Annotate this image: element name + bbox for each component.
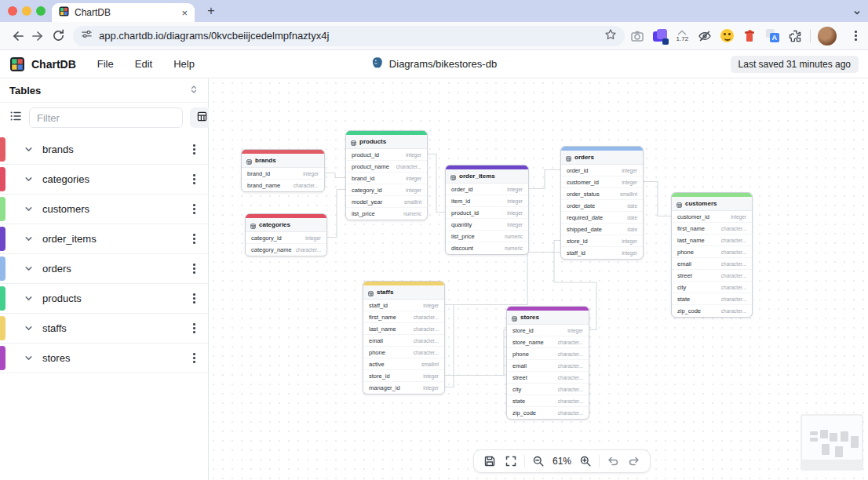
table-node-header[interactable]: products	[346, 135, 427, 149]
sidebar-item-categories[interactable]: categories	[0, 165, 208, 195]
field-row-state[interactable]: statecharacter...	[507, 395, 589, 407]
table-menu-kebab-icon[interactable]	[190, 201, 199, 217]
menu-file[interactable]: File	[97, 58, 114, 70]
table-node-header[interactable]: staffs	[363, 285, 444, 300]
browser-menu-kebab-icon[interactable]	[840, 26, 860, 46]
eye-slash-extension-icon[interactable]	[695, 26, 715, 46]
field-row-order_id[interactable]: order_idinteger	[446, 184, 528, 195]
field-row-order_id[interactable]: order_idinteger	[561, 165, 643, 176]
zoom-out-button[interactable]	[531, 453, 546, 469]
field-row-first_name[interactable]: first_namecharacter...	[672, 223, 752, 235]
translate-extension-icon[interactable]: A	[762, 26, 782, 46]
table-menu-kebab-icon[interactable]	[190, 231, 199, 247]
field-row-customer_id[interactable]: customer_idinteger	[672, 211, 752, 223]
field-row-active[interactable]: activesmallint	[363, 358, 444, 370]
window-close-button[interactable]	[8, 6, 17, 16]
chevrons-up-down-icon[interactable]	[189, 83, 199, 97]
field-row-store_name[interactable]: store_namecharacter...	[507, 336, 589, 348]
field-row-street[interactable]: streetcharacter...	[507, 372, 589, 384]
tab-close-icon[interactable]: ×	[181, 7, 188, 19]
purple-squares-extension-icon[interactable]	[650, 26, 670, 46]
field-row-brand_id[interactable]: brand_idinteger	[242, 168, 324, 180]
field-row-zip_code[interactable]: zip_codecharacter...	[507, 407, 589, 419]
tab-search-chevron-icon[interactable]	[852, 6, 862, 20]
table-menu-kebab-icon[interactable]	[190, 290, 199, 307]
table-node-header[interactable]: customers	[672, 197, 752, 211]
chevron-down-icon[interactable]	[24, 144, 34, 155]
table-node-brands[interactable]: brandsbrand_idintegerbrand_namecharacter…	[241, 149, 325, 192]
field-row-store_id[interactable]: store_idinteger	[363, 370, 444, 382]
field-row-email[interactable]: emailcharacter...	[363, 335, 444, 347]
table-node-stores[interactable]: storesstore_idintegerstore_namecharacter…	[506, 306, 589, 420]
zoom-in-button[interactable]	[578, 453, 593, 469]
extensions-puzzle-icon[interactable]	[785, 26, 805, 46]
url-text[interactable]: app.chartdb.io/diagrams/0kvcbeiijcedelmp…	[99, 30, 598, 42]
table-node-header[interactable]: order_items	[446, 169, 528, 184]
field-row-phone[interactable]: phonecharacter...	[363, 347, 444, 358]
field-row-city[interactable]: citycharacter...	[507, 384, 589, 395]
table-menu-kebab-icon[interactable]	[190, 260, 199, 277]
field-row-brand_id[interactable]: brand_idinteger	[346, 173, 427, 184]
field-row-model_year[interactable]: model_yearsmallint	[346, 196, 427, 208]
sidebar-item-orders[interactable]: orders	[0, 254, 208, 284]
back-button[interactable]	[8, 26, 28, 46]
screenshot-extension-icon[interactable]	[627, 26, 647, 46]
hydrant-extension-icon[interactable]	[740, 26, 760, 46]
field-row-brand_name[interactable]: brand_namecharacter...	[242, 180, 324, 191]
window-zoom-button[interactable]	[36, 6, 46, 16]
field-row-discount[interactable]: discountnumeric	[446, 242, 528, 254]
zoom-level[interactable]: 61%	[552, 456, 572, 467]
field-row-manager_id[interactable]: manager_idinteger	[363, 382, 444, 394]
sidebar-item-order_items[interactable]: order_items	[0, 224, 208, 254]
chevron-down-icon[interactable]	[24, 264, 34, 274]
site-settings-icon[interactable]	[81, 28, 93, 43]
table-node-header[interactable]: orders	[561, 151, 643, 165]
table-node-orders[interactable]: ordersorder_idintegercustomer_idintegero…	[560, 146, 644, 260]
browser-tab[interactable]: ChartDB ×	[52, 3, 195, 22]
sidebar-item-brands[interactable]: brands	[0, 135, 208, 165]
field-row-list_price[interactable]: list_pricenumeric	[446, 231, 528, 242]
field-row-staff_id[interactable]: staff_idinteger	[363, 300, 444, 311]
field-row-quantity[interactable]: quantityinteger	[446, 219, 528, 231]
diagram-canvas[interactable]: 61% brandsbrand_idintegerbrand_namechara…	[209, 78, 868, 480]
table-node-products[interactable]: productsproduct_idintegerproduct_namecha…	[345, 130, 428, 220]
field-row-last_name[interactable]: last_namecharacter...	[363, 323, 444, 335]
diagram-title[interactable]: Diagrams/bikestores-db	[389, 58, 497, 70]
smiley-extension-icon[interactable]	[717, 26, 738, 46]
table-node-categories[interactable]: categoriescategory_idintegercategory_nam…	[245, 213, 327, 256]
field-row-product_name[interactable]: product_namecharacter...	[346, 161, 427, 173]
table-menu-kebab-icon[interactable]	[190, 141, 199, 158]
field-row-shipped_date[interactable]: shipped_datedate	[561, 224, 643, 235]
table-menu-kebab-icon[interactable]	[190, 320, 199, 336]
table-node-header[interactable]: stores	[507, 311, 589, 325]
field-row-phone[interactable]: phonecharacter...	[672, 246, 752, 258]
field-row-customer_id[interactable]: customer_idinteger	[561, 176, 643, 188]
minimap[interactable]	[801, 414, 863, 471]
field-row-email[interactable]: emailcharacter...	[672, 258, 752, 270]
url-bar[interactable]: app.chartdb.io/diagrams/0kvcbeiijcedelmp…	[73, 26, 625, 46]
table-menu-kebab-icon[interactable]	[190, 350, 199, 366]
chevron-down-icon[interactable]	[24, 174, 34, 184]
table-list-view-icon[interactable]	[9, 110, 22, 125]
field-row-required_date[interactable]: required_datedate	[561, 212, 643, 224]
field-row-zip_code[interactable]: zip_codecharacter...	[672, 305, 752, 317]
chevron-down-icon[interactable]	[24, 353, 34, 363]
new-tab-button[interactable]: +	[202, 2, 220, 20]
field-row-order_status[interactable]: order_statussmallint	[561, 188, 643, 200]
field-row-last_name[interactable]: last_namecharacter...	[672, 235, 752, 246]
chevron-down-icon[interactable]	[24, 234, 34, 244]
chevron-down-icon[interactable]	[24, 323, 34, 333]
undo-button[interactable]	[605, 453, 621, 469]
field-row-item_id[interactable]: item_idinteger	[446, 195, 528, 207]
field-row-street[interactable]: streetcharacter...	[672, 270, 752, 282]
field-row-city[interactable]: citycharacter...	[672, 282, 752, 293]
sidebar-item-stores[interactable]: stores	[0, 344, 208, 373]
field-row-category_name[interactable]: category_namecharacter...	[246, 244, 326, 256]
field-row-product_id[interactable]: product_idinteger	[346, 149, 427, 161]
menu-edit[interactable]: Edit	[135, 58, 152, 70]
window-minimize-button[interactable]	[22, 6, 31, 16]
bookmark-star-icon[interactable]	[604, 28, 617, 44]
field-row-phone[interactable]: phonecharacter...	[507, 348, 589, 360]
forward-button[interactable]	[28, 26, 49, 46]
table-node-header[interactable]: brands	[242, 154, 324, 168]
